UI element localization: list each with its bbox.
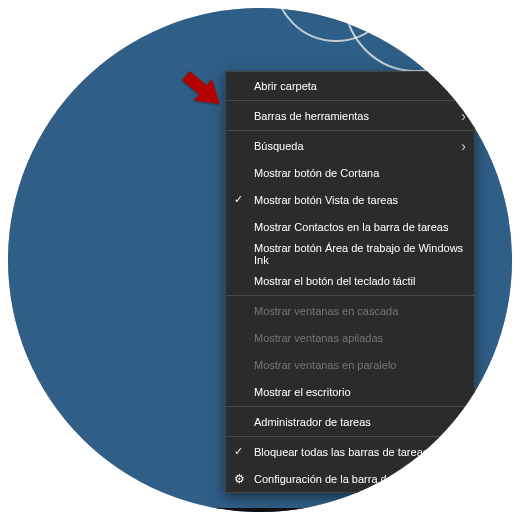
menu-task-manager[interactable]: Administrador de tareas: [226, 408, 474, 435]
menu-label: Bloquear todas las barras de tareas: [254, 446, 428, 458]
menu-label: Mostrar botón Vista de tareas: [254, 194, 398, 206]
menu-label: Mostrar ventanas en paralelo: [254, 359, 396, 371]
wallpaper-ring: [344, 8, 488, 72]
menu-ink[interactable]: Mostrar botón Área de trabajo de Windows…: [226, 240, 474, 267]
menu-separator: [226, 436, 474, 437]
menu-label: Abrir carpeta: [254, 80, 317, 92]
menu-label: Barras de herramientas: [254, 110, 369, 122]
menu-search[interactable]: Búsqueda: [226, 132, 474, 159]
menu-label: Mostrar Contactos en la barra de tareas: [254, 221, 448, 233]
menu-separator: [226, 130, 474, 131]
menu-label: Mostrar botón Área de trabajo de Windows…: [254, 242, 474, 266]
menu-taskbar-settings[interactable]: Configuración de la barra de tareas: [226, 465, 474, 492]
menu-touch-keyboard[interactable]: Mostrar el botón del teclado táctil: [226, 267, 474, 294]
wallpaper-ring: [274, 8, 398, 42]
menu-separator: [226, 406, 474, 407]
menu-toolbars[interactable]: Barras de herramientas: [226, 102, 474, 129]
menu-separator: [226, 100, 474, 101]
taskbar-context-menu: Abrir carpeta Barras de herramientas Bús…: [225, 71, 475, 493]
menu-show-desktop[interactable]: Mostrar el escritorio: [226, 378, 474, 405]
circular-crop: Solvetic Internet Abrir carpeta Barras d…: [8, 8, 512, 512]
desktop-wallpaper: Solvetic Internet Abrir carpeta Barras d…: [8, 8, 512, 512]
menu-label: Mostrar botón de Cortana: [254, 167, 379, 179]
menu-lock-taskbars[interactable]: Bloquear todas las barras de tareas: [226, 438, 474, 465]
menu-label: Búsqueda: [254, 140, 304, 152]
menu-task-view[interactable]: Mostrar botón Vista de tareas: [226, 186, 474, 213]
menu-label: Configuración de la barra de tareas: [254, 473, 426, 485]
menu-label: Mostrar el escritorio: [254, 386, 351, 398]
menu-separator: [226, 295, 474, 296]
menu-label: Mostrar ventanas apiladas: [254, 332, 383, 344]
menu-contacts[interactable]: Mostrar Contactos en la barra de tareas: [226, 213, 474, 240]
menu-cascade: Mostrar ventanas en cascada: [226, 297, 474, 324]
menu-label: Mostrar el botón del teclado táctil: [254, 275, 415, 287]
menu-label: Administrador de tareas: [254, 416, 371, 428]
menu-cortana[interactable]: Mostrar botón de Cortana: [226, 159, 474, 186]
menu-stacked: Mostrar ventanas apiladas: [226, 324, 474, 351]
menu-parallel: Mostrar ventanas en paralelo: [226, 351, 474, 378]
taskbar[interactable]: Solvetic Internet: [8, 508, 512, 512]
menu-label: Mostrar ventanas en cascada: [254, 305, 398, 317]
menu-open-folder[interactable]: Abrir carpeta: [226, 72, 474, 99]
